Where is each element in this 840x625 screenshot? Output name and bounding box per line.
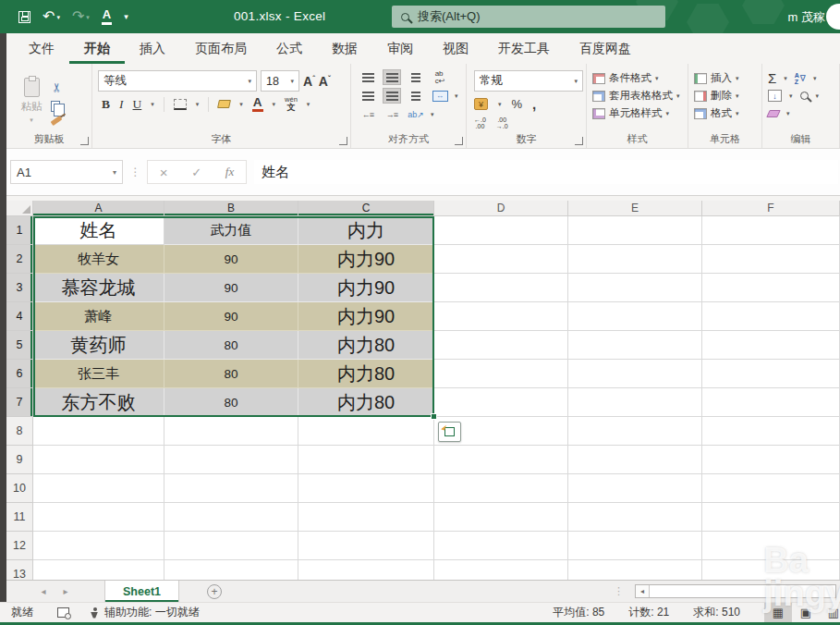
cell-D1[interactable] bbox=[434, 216, 568, 245]
cell-E5[interactable] bbox=[568, 331, 702, 360]
cell-D3[interactable] bbox=[434, 274, 568, 302]
cell-F4[interactable] bbox=[702, 302, 840, 331]
scrollbar-thumb[interactable] bbox=[650, 585, 835, 597]
customize-qat-button[interactable]: ▾ bbox=[124, 13, 128, 21]
column-header-C[interactable]: C bbox=[298, 201, 434, 216]
cell-styles-button[interactable]: 单元格样式▾ bbox=[592, 104, 684, 122]
cell-E3[interactable] bbox=[568, 274, 702, 302]
sheet-tab-sheet1[interactable]: Sheet1 bbox=[104, 581, 179, 602]
row-header-8[interactable]: 8 bbox=[6, 417, 33, 446]
column-header-E[interactable]: E bbox=[568, 201, 702, 216]
row-header-11[interactable]: 11 bbox=[6, 503, 33, 532]
cell-E7[interactable] bbox=[568, 388, 702, 417]
cut-icon[interactable]: ✂ bbox=[50, 81, 64, 92]
conditional-formatting-button[interactable]: 条件格式▾ bbox=[592, 69, 684, 87]
row-header-2[interactable]: 2 bbox=[6, 245, 33, 274]
redo-button[interactable]: ↷▾ bbox=[72, 9, 90, 24]
cell-C6[interactable]: 内力80 bbox=[298, 360, 434, 388]
cell-D5[interactable] bbox=[434, 331, 568, 360]
row-header-4[interactable]: 4 bbox=[6, 302, 33, 331]
cell-D4[interactable] bbox=[434, 302, 568, 331]
font-dialog-launcher-icon[interactable] bbox=[339, 137, 347, 145]
paste-button[interactable]: 粘贴 ▾ bbox=[12, 67, 51, 133]
row-header-7[interactable]: 7 bbox=[6, 388, 33, 417]
cell-C2[interactable]: 内力90 bbox=[298, 245, 434, 274]
cell-E2[interactable] bbox=[568, 245, 702, 274]
page-break-view-icon[interactable]: ▥ bbox=[820, 603, 840, 622]
tab-developer[interactable]: 开发工具 bbox=[483, 33, 565, 64]
increase-indent-icon[interactable]: →≡ bbox=[383, 106, 401, 122]
confirm-entry-icon[interactable]: ✓ bbox=[191, 165, 201, 179]
row-header-13[interactable]: 13 bbox=[6, 560, 33, 580]
normal-view-icon[interactable]: ▦ bbox=[764, 603, 792, 622]
account-name[interactable]: m 茂稼 bbox=[788, 9, 825, 26]
cell-B6[interactable]: 80 bbox=[164, 360, 298, 388]
cell-B5[interactable]: 80 bbox=[164, 331, 298, 360]
cell-F2[interactable] bbox=[702, 245, 840, 274]
cell-E4[interactable] bbox=[568, 302, 702, 331]
insert-cells-button[interactable]: 插入▾ bbox=[694, 69, 758, 87]
copy-icon[interactable] bbox=[51, 101, 60, 112]
row-header-5[interactable]: 5 bbox=[6, 331, 33, 360]
align-middle-icon[interactable] bbox=[383, 69, 401, 85]
cancel-entry-icon[interactable]: × bbox=[160, 165, 168, 180]
next-sheet-icon[interactable]: ▸ bbox=[55, 581, 77, 602]
cell-F7[interactable] bbox=[702, 388, 840, 417]
cell-F5[interactable] bbox=[702, 331, 840, 360]
find-select-icon[interactable] bbox=[800, 92, 809, 100]
autosum-icon[interactable]: Σ bbox=[768, 70, 776, 86]
align-bottom-icon[interactable] bbox=[407, 69, 425, 85]
search-input[interactable]: 搜索(Alt+Q) bbox=[392, 6, 665, 28]
prev-sheet-icon[interactable]: ◂ bbox=[32, 581, 55, 602]
cell-D2[interactable] bbox=[434, 245, 568, 274]
new-sheet-button[interactable]: + bbox=[207, 584, 222, 599]
horizontal-scrollbar[interactable]: ◂ bbox=[635, 584, 836, 598]
cell-B3[interactable]: 90 bbox=[164, 274, 298, 302]
decrease-font-size-icon[interactable]: Aˇ bbox=[319, 74, 331, 89]
clipboard-dialog-launcher-icon[interactable] bbox=[80, 137, 89, 145]
fill-color-icon[interactable] bbox=[217, 100, 231, 108]
cell-A2[interactable]: 牧羊女 bbox=[33, 245, 164, 274]
column-header-D[interactable]: D bbox=[434, 201, 568, 216]
orientation-icon[interactable]: ab↗ bbox=[407, 106, 425, 122]
macro-record-icon[interactable] bbox=[57, 607, 69, 618]
number-format-combo[interactable]: 常规▾ bbox=[474, 70, 583, 92]
cell-E6[interactable] bbox=[568, 360, 702, 388]
phonetic-guide-icon[interactable]: wén文 bbox=[285, 96, 298, 112]
cell-D7[interactable] bbox=[434, 388, 568, 417]
save-button[interactable] bbox=[18, 11, 30, 23]
align-center-icon[interactable] bbox=[383, 88, 401, 104]
cell-C4[interactable]: 内力90 bbox=[298, 302, 434, 331]
cell-C1[interactable]: 内力 bbox=[298, 216, 434, 245]
cell-F6[interactable] bbox=[702, 360, 840, 388]
font-name-combo[interactable]: 等线▾ bbox=[98, 70, 257, 92]
page-layout-view-icon[interactable]: ▣ bbox=[792, 603, 820, 622]
formula-input[interactable]: 姓名 bbox=[254, 160, 838, 184]
row-header-9[interactable]: 9 bbox=[6, 446, 33, 474]
tab-file[interactable]: 文件 bbox=[14, 33, 69, 64]
cell-A3[interactable]: 慕容龙城 bbox=[33, 274, 164, 302]
cell-A1[interactable]: 姓名 bbox=[33, 216, 164, 245]
cell-B7[interactable]: 80 bbox=[164, 388, 298, 417]
tab-baidu-netdisk[interactable]: 百度网盘 bbox=[565, 33, 646, 64]
merge-center-icon[interactable]: ↔ bbox=[431, 88, 449, 104]
select-all-corner[interactable] bbox=[6, 201, 33, 216]
column-header-B[interactable]: B bbox=[164, 201, 298, 216]
font-size-combo[interactable]: 18▾ bbox=[261, 70, 299, 92]
format-as-table-button[interactable]: 套用表格格式▾ bbox=[592, 87, 684, 104]
undo-button[interactable]: ↶▾ bbox=[43, 9, 60, 24]
clear-icon[interactable] bbox=[766, 110, 781, 117]
increase-decimal-icon[interactable]: ←.0.00 bbox=[474, 116, 486, 129]
alignment-dialog-launcher-icon[interactable] bbox=[455, 137, 463, 145]
fill-handle[interactable] bbox=[431, 413, 437, 420]
insert-function-icon[interactable]: fx bbox=[225, 165, 234, 179]
increase-font-size-icon[interactable]: Aˆ bbox=[303, 74, 315, 89]
decrease-indent-icon[interactable]: ←≡ bbox=[359, 106, 377, 122]
cell-C5[interactable]: 内力80 bbox=[298, 331, 434, 360]
percent-style-icon[interactable]: % bbox=[512, 97, 523, 111]
cell-A5[interactable]: 黄药师 bbox=[33, 331, 164, 360]
tab-page-layout[interactable]: 页面布局 bbox=[180, 33, 262, 64]
format-cells-button[interactable]: 格式▾ bbox=[694, 104, 758, 122]
cell-B1[interactable]: 武力值 bbox=[164, 216, 298, 245]
borders-icon[interactable] bbox=[174, 99, 187, 110]
